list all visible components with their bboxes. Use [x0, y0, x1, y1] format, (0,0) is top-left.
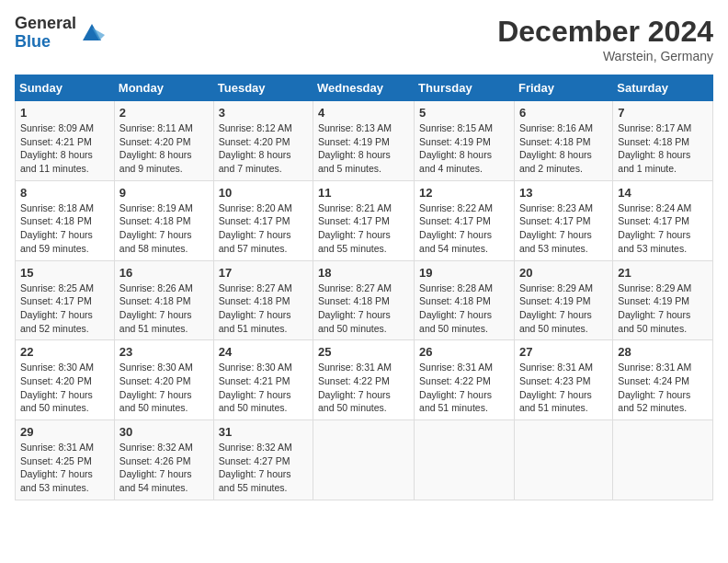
- day-number: 6: [519, 106, 608, 120]
- day-cell: [613, 420, 713, 500]
- day-number: 14: [618, 186, 708, 200]
- day-info: Sunrise: 8:23 AMSunset: 4:17 PMDaylight:…: [519, 202, 593, 254]
- month-title: December 2024: [497, 15, 713, 49]
- day-cell: 4 Sunrise: 8:13 AMSunset: 4:19 PMDayligh…: [313, 101, 415, 181]
- weekday-header-wednesday: Wednesday: [313, 75, 415, 101]
- day-number: 15: [20, 266, 109, 280]
- day-cell: 1 Sunrise: 8:09 AMSunset: 4:21 PMDayligh…: [16, 101, 115, 181]
- day-info: Sunrise: 8:09 AMSunset: 4:21 PMDaylight:…: [20, 122, 94, 174]
- day-number: 11: [318, 186, 409, 200]
- weekday-header-friday: Friday: [514, 75, 612, 101]
- day-info: Sunrise: 8:16 AMSunset: 4:18 PMDaylight:…: [519, 122, 593, 174]
- day-number: 28: [618, 345, 708, 359]
- day-number: 5: [419, 106, 509, 120]
- day-cell: 17 Sunrise: 8:27 AMSunset: 4:18 PMDaylig…: [213, 260, 313, 340]
- day-info: Sunrise: 8:30 AMSunset: 4:21 PMDaylight:…: [219, 362, 292, 413]
- day-number: 10: [219, 186, 308, 200]
- day-number: 20: [519, 266, 608, 280]
- day-number: 12: [419, 186, 509, 200]
- week-row-4: 22 Sunrise: 8:30 AMSunset: 4:20 PMDaylig…: [16, 340, 713, 420]
- day-cell: 16 Sunrise: 8:26 AMSunset: 4:18 PMDaylig…: [114, 260, 213, 340]
- weekday-header-monday: Monday: [114, 75, 213, 101]
- day-number: 30: [119, 425, 209, 439]
- day-info: Sunrise: 8:31 AMSunset: 4:25 PMDaylight:…: [20, 442, 94, 493]
- week-row-1: 1 Sunrise: 8:09 AMSunset: 4:21 PMDayligh…: [16, 101, 713, 181]
- day-number: 25: [318, 345, 409, 359]
- weekday-header-thursday: Thursday: [415, 75, 515, 101]
- day-info: Sunrise: 8:20 AMSunset: 4:17 PMDaylight:…: [219, 202, 292, 254]
- day-number: 3: [219, 106, 308, 120]
- day-number: 13: [519, 186, 608, 200]
- header: General Blue December 2024 Warstein, Ger…: [15, 15, 713, 63]
- day-number: 17: [219, 266, 308, 280]
- day-info: Sunrise: 8:18 AMSunset: 4:18 PMDaylight:…: [20, 202, 94, 254]
- day-info: Sunrise: 8:24 AMSunset: 4:17 PMDaylight:…: [618, 202, 691, 254]
- day-number: 26: [419, 345, 509, 359]
- day-info: Sunrise: 8:28 AMSunset: 4:18 PMDaylight:…: [419, 282, 493, 334]
- weekday-header-row: SundayMondayTuesdayWednesdayThursdayFrid…: [16, 75, 713, 101]
- weekday-header-tuesday: Tuesday: [213, 75, 313, 101]
- day-info: Sunrise: 8:27 AMSunset: 4:18 PMDaylight:…: [219, 282, 292, 334]
- day-number: 16: [119, 266, 209, 280]
- day-cell: 28 Sunrise: 8:31 AMSunset: 4:24 PMDaylig…: [613, 340, 713, 420]
- day-info: Sunrise: 8:25 AMSunset: 4:17 PMDaylight:…: [20, 282, 94, 334]
- day-info: Sunrise: 8:30 AMSunset: 4:20 PMDaylight:…: [119, 362, 193, 413]
- weekday-header-sunday: Sunday: [16, 75, 115, 101]
- day-number: 19: [419, 266, 509, 280]
- day-cell: 24 Sunrise: 8:30 AMSunset: 4:21 PMDaylig…: [213, 340, 313, 420]
- day-cell: 27 Sunrise: 8:31 AMSunset: 4:23 PMDaylig…: [514, 340, 612, 420]
- day-cell: 7 Sunrise: 8:17 AMSunset: 4:18 PMDayligh…: [613, 101, 713, 181]
- day-info: Sunrise: 8:21 AMSunset: 4:17 PMDaylight:…: [318, 202, 392, 254]
- day-number: 29: [20, 425, 109, 439]
- day-number: 24: [219, 345, 308, 359]
- calendar-table: SundayMondayTuesdayWednesdayThursdayFrid…: [15, 75, 713, 500]
- day-cell: 31 Sunrise: 8:32 AMSunset: 4:27 PMDaylig…: [213, 420, 313, 500]
- title-area: December 2024 Warstein, Germany: [497, 15, 713, 63]
- day-cell: 19 Sunrise: 8:28 AMSunset: 4:18 PMDaylig…: [415, 260, 515, 340]
- day-cell: [415, 420, 515, 500]
- week-row-2: 8 Sunrise: 8:18 AMSunset: 4:18 PMDayligh…: [16, 180, 713, 260]
- day-number: 7: [618, 106, 708, 120]
- day-cell: 11 Sunrise: 8:21 AMSunset: 4:17 PMDaylig…: [313, 180, 415, 260]
- day-cell: 15 Sunrise: 8:25 AMSunset: 4:17 PMDaylig…: [16, 260, 115, 340]
- day-info: Sunrise: 8:30 AMSunset: 4:20 PMDaylight:…: [20, 362, 94, 413]
- day-number: 23: [119, 345, 209, 359]
- day-info: Sunrise: 8:22 AMSunset: 4:17 PMDaylight:…: [419, 202, 493, 254]
- week-row-5: 29 Sunrise: 8:31 AMSunset: 4:25 PMDaylig…: [16, 420, 713, 500]
- weekday-header-saturday: Saturday: [613, 75, 713, 101]
- day-cell: 10 Sunrise: 8:20 AMSunset: 4:17 PMDaylig…: [213, 180, 313, 260]
- day-cell: 20 Sunrise: 8:29 AMSunset: 4:19 PMDaylig…: [514, 260, 612, 340]
- day-number: 2: [119, 106, 209, 120]
- day-info: Sunrise: 8:19 AMSunset: 4:18 PMDaylight:…: [119, 202, 193, 254]
- day-cell: 22 Sunrise: 8:30 AMSunset: 4:20 PMDaylig…: [16, 340, 115, 420]
- day-number: 1: [20, 106, 109, 120]
- day-info: Sunrise: 8:31 AMSunset: 4:23 PMDaylight:…: [519, 362, 593, 413]
- day-info: Sunrise: 8:31 AMSunset: 4:24 PMDaylight:…: [618, 362, 691, 413]
- day-cell: 21 Sunrise: 8:29 AMSunset: 4:19 PMDaylig…: [613, 260, 713, 340]
- day-cell: [514, 420, 612, 500]
- day-cell: 29 Sunrise: 8:31 AMSunset: 4:25 PMDaylig…: [16, 420, 115, 500]
- day-cell: 18 Sunrise: 8:27 AMSunset: 4:18 PMDaylig…: [313, 260, 415, 340]
- day-cell: 30 Sunrise: 8:32 AMSunset: 4:26 PMDaylig…: [114, 420, 213, 500]
- day-number: 21: [618, 266, 708, 280]
- day-info: Sunrise: 8:29 AMSunset: 4:19 PMDaylight:…: [519, 282, 593, 334]
- day-cell: 9 Sunrise: 8:19 AMSunset: 4:18 PMDayligh…: [114, 180, 213, 260]
- logo: General Blue: [15, 15, 105, 52]
- day-number: 4: [318, 106, 409, 120]
- day-number: 31: [219, 425, 308, 439]
- week-row-3: 15 Sunrise: 8:25 AMSunset: 4:17 PMDaylig…: [16, 260, 713, 340]
- logo-general: General: [15, 14, 76, 32]
- day-info: Sunrise: 8:27 AMSunset: 4:18 PMDaylight:…: [318, 282, 392, 334]
- day-cell: 23 Sunrise: 8:30 AMSunset: 4:20 PMDaylig…: [114, 340, 213, 420]
- day-number: 22: [20, 345, 109, 359]
- logo-blue: Blue: [15, 32, 51, 51]
- day-cell: 6 Sunrise: 8:16 AMSunset: 4:18 PMDayligh…: [514, 101, 612, 181]
- day-info: Sunrise: 8:13 AMSunset: 4:19 PMDaylight:…: [318, 122, 392, 174]
- day-cell: 26 Sunrise: 8:31 AMSunset: 4:22 PMDaylig…: [415, 340, 515, 420]
- day-cell: 14 Sunrise: 8:24 AMSunset: 4:17 PMDaylig…: [613, 180, 713, 260]
- day-cell: [313, 420, 415, 500]
- day-number: 27: [519, 345, 608, 359]
- day-number: 9: [119, 186, 209, 200]
- day-cell: 13 Sunrise: 8:23 AMSunset: 4:17 PMDaylig…: [514, 180, 612, 260]
- day-info: Sunrise: 8:32 AMSunset: 4:26 PMDaylight:…: [119, 442, 193, 493]
